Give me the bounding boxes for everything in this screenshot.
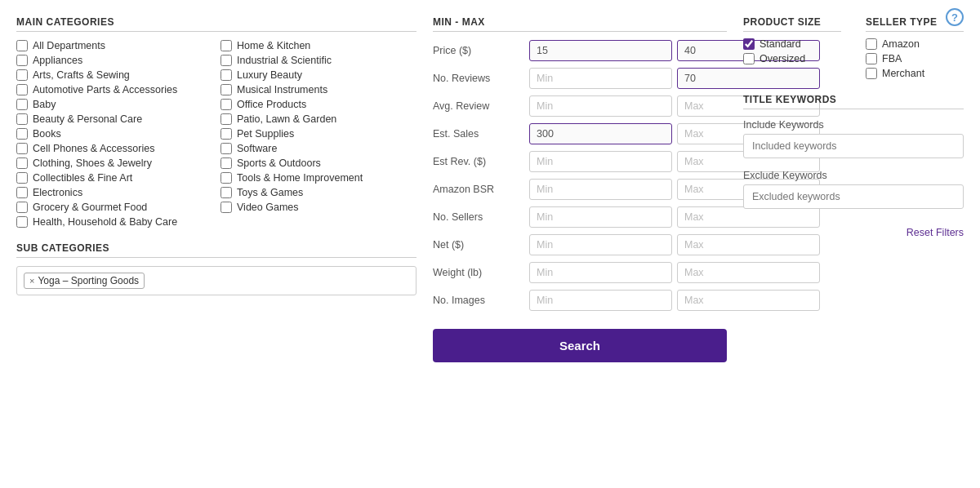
category-checkbox[interactable] [16, 216, 28, 228]
category-item[interactable]: Collectibles & Fine Art [16, 172, 212, 184]
category-checkbox[interactable] [16, 172, 28, 184]
category-checkbox[interactable] [16, 84, 28, 95]
category-label: Baby [33, 99, 56, 110]
tag-close-icon[interactable]: × [29, 276, 34, 286]
category-checkbox[interactable] [220, 84, 232, 95]
reset-filters-link[interactable]: Reset Filters [743, 227, 964, 238]
category-checkbox[interactable] [220, 69, 232, 81]
category-item[interactable]: Clothing, Shoes & Jewelry [16, 157, 212, 169]
include-keywords-label: Include Keywords [743, 119, 964, 131]
category-item[interactable]: Musical Instruments [220, 84, 416, 95]
category-item[interactable]: Electronics [16, 187, 212, 198]
sub-category-tag: × Yoga – Sporting Goods [24, 273, 145, 289]
category-item[interactable]: Video Games [220, 202, 416, 213]
filter-min-input[interactable] [529, 40, 672, 61]
category-item[interactable]: Software [220, 143, 416, 154]
category-item[interactable]: Automotive Parts & Accessories [16, 84, 212, 95]
category-item[interactable]: Cell Phones & Accessories [16, 143, 212, 154]
filter-min-input[interactable] [529, 68, 672, 89]
category-checkbox[interactable] [16, 187, 28, 198]
category-item[interactable]: Books [16, 128, 212, 140]
category-item[interactable]: Home & Kitchen [220, 40, 416, 51]
exclude-keywords-input[interactable] [743, 184, 964, 209]
seller-type-checkbox[interactable] [866, 53, 877, 64]
left-column: MAIN CATEGORIES All DepartmentsAppliance… [16, 16, 416, 480]
seller-type-checkbox[interactable] [866, 68, 877, 79]
category-checkbox[interactable] [16, 69, 28, 81]
category-label: Grocery & Gourmet Food [33, 202, 147, 213]
category-item[interactable]: Office Products [220, 99, 416, 110]
filter-row: No. Reviews [433, 68, 727, 89]
category-checkbox[interactable] [16, 99, 28, 110]
category-item[interactable]: Baby [16, 99, 212, 110]
title-keywords-section: TITLE KEYWORDS Include Keywords Exclude … [743, 94, 964, 238]
category-checkbox[interactable] [16, 40, 28, 51]
category-item[interactable]: Sports & Outdoors [220, 157, 416, 169]
filter-min-input[interactable] [529, 206, 672, 228]
category-item[interactable]: Patio, Lawn & Garden [220, 113, 416, 125]
category-item[interactable]: Grocery & Gourmet Food [16, 202, 212, 213]
category-checkbox[interactable] [220, 143, 232, 154]
product-size-item[interactable]: Oversized [743, 53, 841, 64]
category-checkbox[interactable] [220, 128, 232, 140]
category-checkbox[interactable] [220, 187, 232, 198]
exclude-keywords-label: Exclude Keywords [743, 170, 964, 181]
category-item[interactable]: Health, Household & Baby Care [16, 216, 212, 228]
tag-label: Yoga – Sporting Goods [38, 275, 139, 286]
filter-row-label: Price ($) [433, 45, 523, 56]
search-button[interactable]: Search [433, 329, 727, 362]
seller-type-checkbox[interactable] [866, 38, 877, 50]
category-checkbox[interactable] [16, 157, 28, 169]
category-label: Collectibles & Fine Art [33, 172, 132, 184]
category-item[interactable]: Appliances [16, 55, 212, 66]
filter-min-input[interactable] [529, 262, 672, 283]
category-checkbox[interactable] [220, 172, 232, 184]
filter-row-label: No. Sellers [433, 211, 523, 223]
category-item[interactable]: Pet Supplies [220, 128, 416, 140]
category-label: Cell Phones & Accessories [33, 143, 154, 154]
filter-min-input[interactable] [529, 290, 672, 311]
category-item[interactable]: All Departments [16, 40, 212, 51]
categories-grid: All DepartmentsAppliancesArts, Crafts & … [16, 40, 416, 228]
product-size-checkbox[interactable] [743, 38, 755, 50]
category-checkbox[interactable] [220, 55, 232, 66]
filter-min-input[interactable] [529, 151, 672, 172]
filter-min-input[interactable] [529, 234, 672, 255]
category-checkbox[interactable] [220, 99, 232, 110]
category-checkbox[interactable] [16, 143, 28, 154]
category-checkbox[interactable] [16, 55, 28, 66]
sub-category-input[interactable]: × Yoga – Sporting Goods [16, 266, 416, 295]
category-checkbox[interactable] [16, 128, 28, 140]
category-item[interactable]: Industrial & Scientific [220, 55, 416, 66]
category-item[interactable]: Tools & Home Improvement [220, 172, 416, 184]
product-size-checkbox[interactable] [743, 53, 755, 64]
help-icon[interactable]: ? [946, 8, 964, 26]
seller-type-item-label: FBA [882, 53, 902, 64]
filter-min-input[interactable] [529, 123, 672, 144]
filter-min-input[interactable] [529, 179, 672, 200]
include-keywords-input[interactable] [743, 134, 964, 158]
main-categories-title: MAIN CATEGORIES [16, 16, 416, 32]
product-size-item-label: Oversized [760, 53, 805, 64]
category-checkbox[interactable] [220, 157, 232, 169]
category-label: Luxury Beauty [237, 69, 302, 81]
filter-row: Weight (lb) [433, 262, 727, 283]
category-item[interactable]: Luxury Beauty [220, 69, 416, 81]
filter-row: No. Images [433, 290, 727, 311]
category-item[interactable]: Toys & Games [220, 187, 416, 198]
filter-row: Est Rev. ($) [433, 151, 727, 172]
seller-type-item[interactable]: FBA [866, 53, 964, 64]
filter-min-input[interactable] [529, 95, 672, 117]
category-checkbox[interactable] [16, 113, 28, 125]
category-checkbox[interactable] [220, 113, 232, 125]
category-checkbox[interactable] [220, 202, 232, 213]
seller-type-item[interactable]: Merchant [866, 68, 964, 79]
category-checkbox[interactable] [16, 202, 28, 213]
filter-row: Price ($) [433, 40, 727, 61]
category-item[interactable]: Arts, Crafts & Sewing [16, 69, 212, 81]
category-item[interactable]: Beauty & Personal Care [16, 113, 212, 125]
seller-type-item[interactable]: Amazon [866, 38, 964, 50]
product-size-item[interactable]: Standard [743, 38, 841, 50]
product-size-title: PRODUCT SIZE [743, 16, 841, 32]
category-checkbox[interactable] [220, 40, 232, 51]
